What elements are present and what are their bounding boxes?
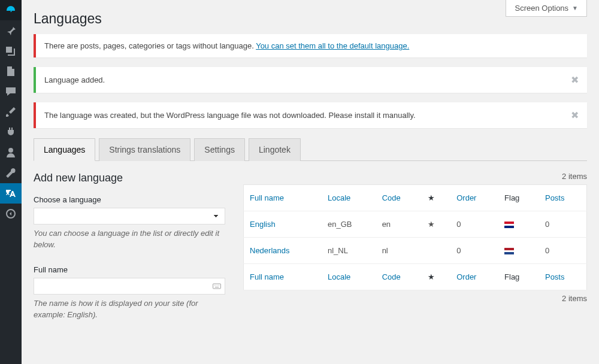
sidebar-languages[interactable]	[0, 183, 22, 204]
sidebar-pages[interactable]	[0, 61, 22, 81]
main-content: Screen Options ▼ Languages There are pos…	[22, 0, 599, 364]
col-posts[interactable]: Posts	[539, 185, 587, 211]
sidebar-users[interactable]	[0, 142, 22, 163]
page-icon	[5, 65, 17, 77]
cell-default	[422, 238, 450, 264]
add-language-form: Add new language Choose a language You c…	[34, 172, 225, 335]
col-flag: Flag	[498, 264, 539, 290]
gauge-icon	[5, 4, 17, 16]
brush-icon	[5, 106, 17, 118]
comment-icon	[5, 86, 17, 98]
collapse-icon	[5, 208, 17, 220]
table-footer-row: Full name Locale Code ★ Order Flag Posts	[244, 264, 587, 290]
svg-rect-1	[213, 284, 221, 289]
sidebar-media[interactable]	[0, 41, 22, 61]
col-default: ★	[422, 185, 450, 211]
col-locale[interactable]: Locale	[322, 264, 376, 290]
sidebar-collapse[interactable]	[0, 204, 22, 224]
col-flag: Flag	[498, 185, 539, 211]
sidebar-posts[interactable]	[0, 20, 22, 41]
languages-table: Full name Locale Code ★ Order Flag Posts…	[243, 184, 587, 290]
notice-text: The language was created, but the WordPr…	[44, 111, 416, 120]
items-count-top: 2 items	[243, 172, 587, 181]
notice-link-default-language[interactable]: You can set them all to the default lang…	[256, 41, 409, 50]
notice-download-failed: The language was created, but the WordPr…	[34, 102, 587, 128]
cell-flag	[498, 238, 539, 264]
screen-options-label: Screen Options	[515, 4, 568, 13]
table-row: English en_GB en ★ 0 0	[244, 211, 587, 238]
keyboard-icon	[212, 281, 222, 291]
pin-icon	[5, 25, 17, 37]
wrench-icon	[5, 167, 17, 179]
sidebar-plugins[interactable]	[0, 122, 22, 142]
translate-icon	[5, 187, 17, 199]
col-default: ★	[422, 264, 450, 290]
fullname-label: Full name	[34, 265, 225, 274]
cell-code: nl	[376, 238, 422, 264]
cell-default: ★	[422, 211, 450, 238]
cell-order: 0	[450, 211, 498, 238]
dismiss-icon[interactable]: ✖	[571, 74, 579, 86]
sidebar-appearance[interactable]	[0, 102, 22, 122]
cell-locale: nl_NL	[322, 238, 376, 264]
notice-text: There are posts, pages, categories or ta…	[44, 41, 409, 50]
col-order[interactable]: Order	[450, 185, 498, 211]
cell-flag	[498, 211, 539, 238]
col-order[interactable]: Order	[450, 264, 498, 290]
notice-language-added: Language added. ✖	[34, 67, 587, 93]
fullname-input[interactable]	[34, 278, 225, 295]
chevron-down-icon: ▼	[572, 5, 578, 11]
col-code[interactable]: Code	[376, 185, 422, 211]
choose-language-label: Choose a language	[34, 195, 225, 204]
items-count-bottom: 2 items	[243, 294, 587, 303]
col-posts[interactable]: Posts	[539, 264, 587, 290]
page-title: Languages	[34, 0, 587, 34]
cell-fullname[interactable]: Nederlands	[244, 238, 322, 264]
flag-gb-icon	[504, 222, 514, 228]
languages-table-wrap: 2 items Full name Locale Code ★ Order Fl…	[243, 172, 587, 335]
table-row: Nederlands nl_NL nl 0 0	[244, 238, 587, 264]
user-icon	[5, 147, 17, 159]
dismiss-icon[interactable]: ✖	[571, 110, 579, 121]
cell-posts: 0	[539, 238, 587, 264]
sidebar-tools[interactable]	[0, 163, 22, 183]
tab-strings-translations[interactable]: Strings translations	[99, 138, 190, 161]
flag-nl-icon	[504, 248, 514, 254]
tabs: Languages Strings translations Settings …	[34, 138, 587, 161]
admin-sidebar	[0, 0, 22, 364]
sidebar-dashboard[interactable]	[0, 0, 22, 20]
col-fullname[interactable]: Full name	[244, 185, 322, 211]
plug-icon	[5, 126, 17, 138]
col-code[interactable]: Code	[376, 264, 422, 290]
tab-lingotek[interactable]: Lingotek	[249, 138, 301, 161]
cell-locale: en_GB	[322, 211, 376, 238]
sidebar-comments[interactable]	[0, 81, 22, 102]
table-header-row: Full name Locale Code ★ Order Flag Posts	[244, 185, 587, 211]
tab-languages[interactable]: Languages	[34, 138, 95, 161]
notice-no-language: There are posts, pages, categories or ta…	[34, 34, 587, 57]
choose-language-select[interactable]	[34, 208, 225, 225]
cell-order: 0	[450, 238, 498, 264]
screen-options-toggle[interactable]: Screen Options ▼	[506, 0, 587, 17]
cell-code: en	[376, 211, 422, 238]
col-locale[interactable]: Locale	[322, 185, 376, 211]
cell-fullname[interactable]: English	[244, 211, 322, 238]
tab-settings[interactable]: Settings	[194, 138, 245, 161]
choose-language-desc: You can choose a language in the list or…	[34, 228, 225, 251]
form-heading: Add new language	[34, 172, 225, 184]
fullname-desc: The name is how it is displayed on your …	[34, 298, 225, 321]
notice-text: Language added.	[44, 75, 105, 84]
cell-posts: 0	[539, 211, 587, 238]
col-fullname[interactable]: Full name	[244, 264, 322, 290]
media-icon	[5, 45, 17, 57]
